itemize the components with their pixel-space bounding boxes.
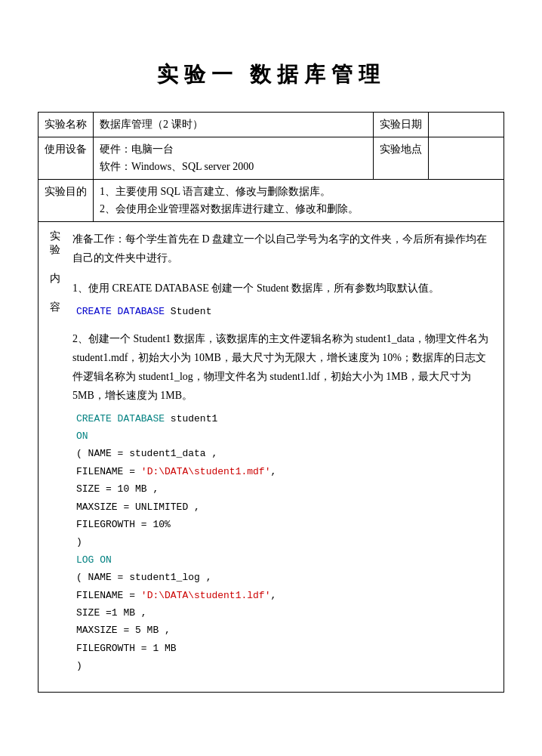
value-experiment-name: 数据库管理（2 课时） xyxy=(94,113,374,137)
side-char-rong: 容 xyxy=(50,301,65,314)
label-objective: 实验目的 xyxy=(38,180,94,222)
t2-l2b: 'D:\DATA\student1.mdf' xyxy=(141,466,271,477)
value-location xyxy=(429,137,504,180)
t2-l3: SIZE = 10 MB , xyxy=(76,483,159,495)
t2-l4: MAXSIZE = UNLIMITED , xyxy=(76,501,200,513)
t2-l8b: 'D:\DATA\student1.ldf' xyxy=(141,590,271,601)
t2-l6: ) xyxy=(76,536,82,548)
side-char-nei: 内 xyxy=(50,272,65,285)
label-experiment-date: 实验日期 xyxy=(374,113,429,137)
task1-db-name: Student xyxy=(165,306,211,317)
task1-code: CREATE DATABASE Student xyxy=(72,303,492,320)
t2-l8a: FILENAME = xyxy=(76,590,141,601)
label-experiment-name: 实验名称 xyxy=(38,113,94,137)
t2-l7: ( NAME = student1_log , xyxy=(76,572,211,583)
equipment-line1: 硬件：电脑一台 xyxy=(100,143,174,155)
t2-kw3: LOG ON xyxy=(76,554,112,566)
value-objective: 1、主要使用 SQL 语言建立、修改与删除数据库。 2、会使用企业管理器对数据库… xyxy=(94,180,504,222)
task1-section: 1、使用 CREATE DATABASE 创建一个 Student 数据库，所有… xyxy=(72,279,492,320)
t2-l8c: , xyxy=(270,590,276,601)
t2-l12: ) xyxy=(76,660,82,671)
info-row-name: 实验名称 数据库管理（2 课时） 实验日期 xyxy=(38,113,504,137)
info-table: 实验名称 数据库管理（2 课时） 实验日期 使用设备 硬件：电脑一台 软件：Wi… xyxy=(38,112,504,222)
objective-line1: 1、主要使用 SQL 语言建立、修改与删除数据库。 xyxy=(100,186,331,197)
t2-kw1: CREATE DATABASE xyxy=(76,413,165,424)
task2-section: 2、创建一个 Student1 数据库，该数据库的主文件逻辑名称为 studen… xyxy=(72,329,492,675)
value-equipment: 硬件：电脑一台 软件：Windows、SQL server 2000 xyxy=(94,137,374,180)
info-row-objective: 实验目的 1、主要使用 SQL 语言建立、修改与删除数据库。 2、会使用企业管理… xyxy=(38,180,504,222)
task2-desc: 2、创建一个 Student1 数据库，该数据库的主文件逻辑名称为 studen… xyxy=(72,329,492,406)
t2-l5: FILEGROWTH = 10% xyxy=(76,519,171,530)
t2-l2c: , xyxy=(270,466,276,477)
t2-kw2: ON xyxy=(76,430,88,442)
prep-text: 准备工作：每个学生首先在 D 盘建立一个以自己学号为名字的文件夹，今后所有操作均… xyxy=(72,233,487,264)
info-row-equipment: 使用设备 硬件：电脑一台 软件：Windows、SQL server 2000 … xyxy=(38,137,504,180)
t2-l11: FILEGROWTH = 1 MB xyxy=(76,643,177,654)
t2-l2a: FILENAME = xyxy=(76,466,141,477)
page-title: 实验一 数据库管理 xyxy=(38,60,504,89)
prep-section: 准备工作：每个学生首先在 D 盘建立一个以自己学号为名字的文件夹，今后所有操作均… xyxy=(72,230,492,267)
main-content: 实 验 内 容 准备工作：每个学生首先在 D 盘建立一个以自己学号为名字的文件夹… xyxy=(38,222,504,693)
value-experiment-date xyxy=(429,113,504,137)
side-labels: 实 验 内 容 xyxy=(50,230,65,684)
t2-l9: SIZE =1 MB , xyxy=(76,607,147,619)
label-location: 实验地点 xyxy=(374,137,429,180)
content-area: 准备工作：每个学生首先在 D 盘建立一个以自己学号为名字的文件夹，今后所有操作均… xyxy=(72,230,492,684)
equipment-line2: 软件：Windows、SQL server 2000 xyxy=(100,161,254,172)
task1-kw-create: CREATE DATABASE xyxy=(76,306,165,317)
task2-code: CREATE DATABASE student1 ON ( NAME = stu… xyxy=(72,410,492,675)
side-char-yan: 验 xyxy=(50,243,65,257)
task1-desc: 1、使用 CREATE DATABASE 创建一个 Student 数据库，所有… xyxy=(72,279,492,298)
side-char-shi: 实 xyxy=(50,230,65,243)
t2-l10: MAXSIZE = 5 MB , xyxy=(76,625,171,636)
objective-line2: 2、会使用企业管理器对数据库进行建立、修改和删除。 xyxy=(100,203,359,214)
label-equipment: 使用设备 xyxy=(38,137,94,180)
t2-l1: ( NAME = student1_data , xyxy=(76,448,217,459)
t2-db: student1 xyxy=(165,413,217,424)
